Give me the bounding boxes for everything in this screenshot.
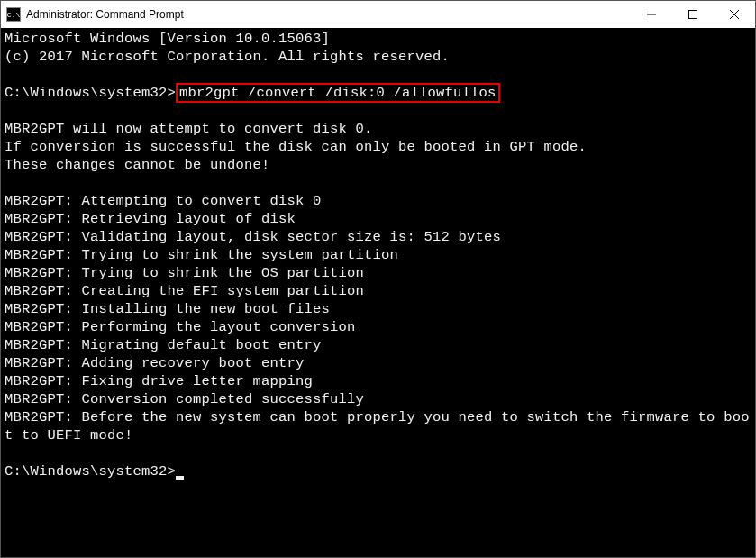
minimize-icon [647,10,656,19]
output-line: MBR2GPT: Attempting to convert disk 0 [5,193,322,209]
command-prompt-window: C:\ Administrator: Command Prompt Micros… [0,0,756,558]
output-line: MBR2GPT: Before the new system can boot … [5,409,750,444]
output-line: MBR2GPT: Conversion completed successful… [5,391,364,407]
window-title: Administrator: Command Prompt [26,8,631,21]
maximize-icon [688,10,697,19]
cmd-icon: C:\ [6,7,21,22]
terminal-output[interactable]: Microsoft Windows [Version 10.0.15063] (… [1,28,755,557]
cursor [176,476,184,480]
output-line: MBR2GPT: Adding recovery boot entry [5,355,305,371]
copyright-line: (c) 2017 Microsoft Corporation. All righ… [5,49,450,65]
output-line: MBR2GPT: Installing the new boot files [5,301,330,317]
svg-rect-0 [689,11,697,19]
prompt-path: C:\Windows\system32> [5,463,176,480]
output-line: These changes cannot be undone! [5,157,270,173]
output-line: MBR2GPT: Retrieving layout of disk [5,211,296,227]
output-line: MBR2GPT: Trying to shrink the OS partiti… [5,265,364,281]
output-line: MBR2GPT: Migrating default boot entry [5,337,322,353]
prompt-path: C:\Windows\system32> [5,85,176,101]
output-line: MBR2GPT: Creating the EFI system partiti… [5,283,364,299]
highlighted-command: mbr2gpt /convert /disk:0 /allowfullos [176,83,500,103]
output-line: MBR2GPT: Validating layout, disk sector … [5,229,501,245]
os-version-line: Microsoft Windows [Version 10.0.15063] [5,31,330,47]
output-line: MBR2GPT: Performing the layout conversio… [5,319,356,335]
close-button[interactable] [714,1,755,28]
maximize-button[interactable] [672,1,714,28]
output-line: MBR2GPT will now attempt to convert disk… [5,121,373,137]
window-controls [631,1,755,28]
minimize-button[interactable] [631,1,672,28]
titlebar[interactable]: C:\ Administrator: Command Prompt [1,1,755,28]
output-line: If conversion is successful the disk can… [5,139,587,155]
close-icon [730,10,739,19]
output-line: MBR2GPT: Fixing drive letter mapping [5,373,313,389]
output-line: MBR2GPT: Trying to shrink the system par… [5,247,398,263]
